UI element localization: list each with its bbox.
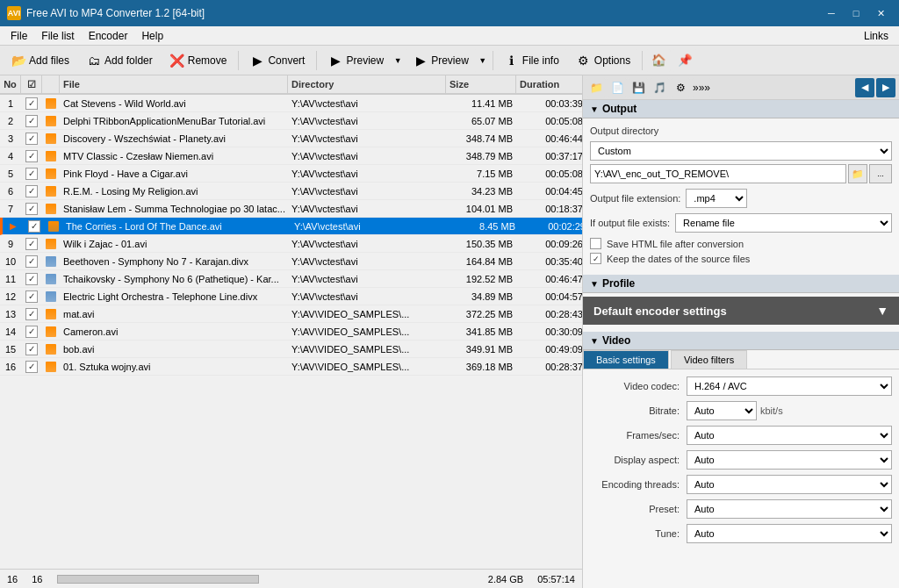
preview1-dropdown[interactable]: ▼ bbox=[392, 49, 404, 72]
table-row[interactable]: 9 Wilk i Zajac - 01.avi Y:\AV\vctest\avi… bbox=[0, 235, 582, 253]
row-checkbox[interactable] bbox=[21, 183, 42, 199]
file-checkbox[interactable] bbox=[25, 290, 38, 303]
table-row[interactable]: 10 Beethoven - Symphony No 7 - Karajan.d… bbox=[0, 253, 582, 270]
add-folder-button[interactable]: 🗂 Add folder bbox=[79, 49, 161, 72]
aspect-select[interactable]: Auto bbox=[687, 450, 892, 470]
table-row[interactable]: ▶ The Corries - Lord Of The Dance.avi Y:… bbox=[0, 218, 582, 235]
home-button[interactable]: 🏠 bbox=[646, 49, 671, 72]
table-row[interactable]: 1 Cat Stevens - Wild World.avi Y:\AV\vct… bbox=[0, 95, 582, 112]
video-section-header[interactable]: ▼ Video bbox=[583, 332, 899, 350]
table-row[interactable]: 15 bob.avi Y:\AV\VIDEO_SAMPLES\... 349.9… bbox=[0, 341, 582, 358]
tab-video-filters[interactable]: Video filters bbox=[671, 350, 747, 369]
remove-button[interactable]: ❌ Remove bbox=[162, 49, 235, 72]
keep-dates-checkbox[interactable] bbox=[590, 253, 601, 264]
preview2-button[interactable]: ▶ Preview bbox=[406, 49, 477, 72]
rt-next-button[interactable]: ▶ bbox=[876, 78, 895, 97]
menu-file[interactable]: File bbox=[4, 28, 34, 44]
rt-file-icon[interactable]: 📄 bbox=[608, 78, 627, 97]
file-checkbox[interactable] bbox=[25, 361, 38, 373]
maximize-button[interactable]: □ bbox=[845, 4, 867, 22]
table-row[interactable]: 3 Discovery - Wszechświat - Planety.avi … bbox=[0, 130, 582, 147]
close-button[interactable]: ✕ bbox=[869, 4, 892, 22]
table-row[interactable]: 5 Pink Floyd - Have a Cigar.avi Y:\AV\vc… bbox=[0, 165, 582, 183]
pin-button[interactable]: 📌 bbox=[672, 49, 697, 72]
row-checkbox[interactable] bbox=[21, 165, 42, 182]
output-browse-button[interactable]: 📁 bbox=[848, 164, 867, 183]
table-row[interactable]: 16 01. Sztuka wojny.avi Y:\AV\VIDEO_SAMP… bbox=[0, 358, 582, 376]
file-checkbox[interactable] bbox=[25, 343, 38, 355]
options-button[interactable]: ⚙ Options bbox=[569, 49, 638, 72]
profile-section-header[interactable]: ▼ Profile bbox=[583, 275, 899, 293]
threads-select[interactable]: Auto bbox=[687, 475, 892, 494]
file-checkbox[interactable] bbox=[25, 115, 38, 127]
table-row[interactable]: 12 Electric Light Orchestra - Telephone … bbox=[0, 288, 582, 305]
file-checkbox[interactable] bbox=[25, 203, 38, 215]
rt-more-icon[interactable]: »»» bbox=[692, 78, 711, 97]
row-checkbox[interactable] bbox=[24, 218, 45, 234]
bitrate-select[interactable]: Auto bbox=[687, 401, 757, 420]
row-checkbox[interactable] bbox=[21, 253, 42, 269]
table-row[interactable]: 14 Cameron.avi Y:\AV\VIDEO_SAMPLES\... 3… bbox=[0, 323, 582, 341]
file-checkbox[interactable] bbox=[25, 168, 38, 180]
col-size[interactable]: Size bbox=[446, 75, 516, 93]
row-checkbox[interactable] bbox=[21, 200, 42, 217]
file-checkbox[interactable] bbox=[25, 238, 38, 250]
row-checkbox[interactable] bbox=[21, 270, 42, 287]
row-checkbox[interactable] bbox=[21, 235, 42, 252]
rt-settings-icon[interactable]: ⚙ bbox=[671, 78, 690, 97]
row-checkbox[interactable] bbox=[21, 130, 42, 147]
preset-select[interactable]: Auto bbox=[687, 499, 892, 519]
rt-music-icon[interactable]: 🎵 bbox=[650, 78, 669, 97]
rt-save-icon[interactable]: 💾 bbox=[629, 78, 648, 97]
row-checkbox[interactable] bbox=[21, 358, 42, 375]
table-row[interactable]: 6 R.E.M. - Losing My Religion.avi Y:\AV\… bbox=[0, 183, 582, 200]
row-checkbox[interactable] bbox=[21, 147, 42, 164]
minimize-button[interactable]: ─ bbox=[820, 4, 843, 22]
file-checkbox[interactable] bbox=[25, 308, 38, 320]
file-checkbox[interactable] bbox=[25, 185, 38, 197]
menu-encoder[interactable]: Encoder bbox=[82, 28, 135, 44]
video-codec-select[interactable]: H.264 / AVC bbox=[687, 376, 892, 396]
row-checkbox[interactable] bbox=[21, 323, 42, 340]
output-section-header[interactable]: ▼ Output bbox=[583, 100, 899, 118]
row-checkbox[interactable] bbox=[21, 112, 42, 129]
output-directory-select[interactable]: Custom bbox=[590, 141, 892, 161]
if-exists-select[interactable]: Rename file bbox=[675, 213, 892, 233]
file-info-button[interactable]: ℹ File info bbox=[497, 49, 567, 72]
rt-folder-icon[interactable]: 📁 bbox=[586, 78, 606, 97]
preview1-button[interactable]: ▶ Preview bbox=[320, 49, 392, 72]
table-row[interactable]: 4 MTV Classic - Czesław Niemen.avi Y:\AV… bbox=[0, 147, 582, 165]
file-checkbox[interactable] bbox=[25, 273, 38, 285]
convert-button[interactable]: ▶ Convert bbox=[242, 49, 313, 72]
add-files-button[interactable]: 📂 Add files bbox=[4, 49, 77, 72]
col-duration[interactable]: Duration bbox=[516, 75, 582, 93]
row-checkbox[interactable] bbox=[21, 341, 42, 357]
menu-file-list[interactable]: File list bbox=[34, 28, 81, 44]
file-checkbox[interactable] bbox=[25, 255, 38, 268]
file-checkbox[interactable] bbox=[28, 220, 40, 233]
extension-select[interactable]: .mp4 bbox=[686, 189, 747, 208]
profile-selector[interactable]: Default encoder settings ▼ bbox=[583, 297, 899, 325]
tab-basic-settings[interactable]: Basic settings bbox=[583, 350, 669, 369]
links-button[interactable]: Links bbox=[857, 28, 895, 44]
row-checkbox[interactable] bbox=[21, 95, 42, 111]
tune-select[interactable]: Auto bbox=[687, 524, 892, 543]
col-file[interactable]: File bbox=[60, 75, 288, 93]
file-checkbox[interactable] bbox=[25, 133, 38, 145]
menu-help[interactable]: Help bbox=[134, 28, 170, 44]
file-checkbox[interactable] bbox=[25, 150, 38, 162]
output-more-button[interactable]: ... bbox=[869, 164, 892, 183]
save-html-checkbox[interactable] bbox=[590, 238, 601, 249]
col-no[interactable]: No bbox=[0, 75, 21, 93]
file-checkbox[interactable] bbox=[25, 97, 38, 110]
preview2-dropdown[interactable]: ▼ bbox=[477, 49, 489, 72]
row-checkbox[interactable] bbox=[21, 288, 42, 305]
rt-prev-button[interactable]: ◀ bbox=[855, 78, 874, 97]
table-row[interactable]: 13 mat.avi Y:\AV\VIDEO_SAMPLES\... 372.2… bbox=[0, 305, 582, 323]
table-row[interactable]: 11 Tchaikovsky - Symphony No 6 (Pathetiq… bbox=[0, 270, 582, 288]
output-path-input[interactable] bbox=[590, 164, 846, 183]
file-checkbox[interactable] bbox=[25, 326, 38, 338]
table-row[interactable]: 7 Stanisław Lem - Summa Technologiae po … bbox=[0, 200, 582, 218]
fps-select[interactable]: Auto bbox=[687, 426, 892, 445]
col-dir[interactable]: Directory bbox=[288, 75, 446, 93]
